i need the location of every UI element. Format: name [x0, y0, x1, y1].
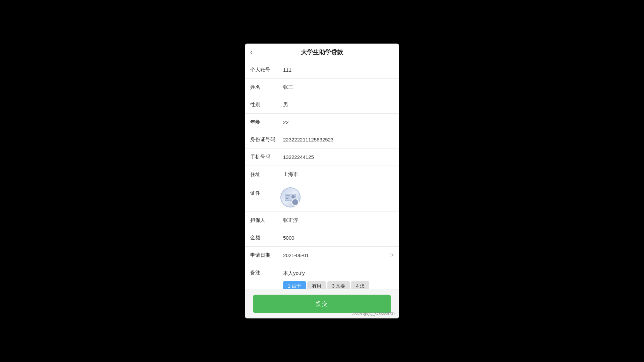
svg-point-1 — [291, 195, 295, 198]
field-address: 住址 上海市 — [245, 166, 399, 183]
value-account[interactable]: 111 — [280, 62, 394, 77]
suggestion-btn-3[interactable]: 3 又要 — [327, 281, 350, 290]
form-scroll: 个人账号 111 姓名 张三 性别 男 年龄 22 身份证号码 22322221 — [245, 61, 399, 289]
svg-rect-3 — [286, 197, 289, 197]
label-cert: 证件 — [250, 187, 280, 196]
label-age: 年龄 — [250, 119, 280, 125]
value-address[interactable]: 上海市 — [280, 167, 394, 182]
cert-person — [291, 198, 299, 206]
label-date: 申请日期 — [250, 252, 280, 258]
svg-rect-2 — [286, 195, 290, 196]
field-date: 申请日期 2021-06-01 > — [245, 247, 399, 264]
field-note: 备注 本人you'y 1 由于 有用 3 又要 4 汉 — [245, 264, 399, 289]
value-gender[interactable]: 男 — [280, 97, 394, 113]
value-guarantor[interactable]: 张正淳 — [280, 213, 394, 228]
value-amount[interactable]: 5000 — [280, 230, 394, 245]
field-gender: 性别 男 — [245, 96, 399, 114]
label-note: 备注 — [250, 268, 280, 276]
watermark: CSDN @QQ_3786649731 — [352, 312, 395, 316]
value-phone[interactable]: 13222244125 — [280, 149, 394, 165]
note-content: 本人you'y 1 由于 有用 3 又要 4 汉 — [280, 268, 394, 289]
field-id: 身份证号码 223222211125632523 — [245, 131, 399, 148]
field-phone: 手机号码 13222244125 — [245, 148, 399, 166]
field-cert: 证件 — [245, 183, 399, 212]
value-name[interactable]: 张三 — [280, 79, 394, 95]
label-address: 住址 — [250, 171, 280, 178]
field-account: 个人账号 111 — [245, 61, 399, 79]
suggestion-btn-1[interactable]: 1 由于 — [283, 281, 306, 290]
field-guarantor: 担保人 张正淳 — [245, 212, 399, 229]
page-title: 大学生助学贷款 — [301, 48, 343, 56]
label-amount: 金额 — [250, 235, 280, 241]
field-name: 姓名 张三 — [245, 79, 399, 96]
cert-image[interactable] — [280, 187, 301, 207]
field-age: 年龄 22 — [245, 114, 399, 131]
value-id[interactable]: 223222211125632523 — [280, 132, 394, 147]
svg-rect-4 — [286, 198, 288, 199]
back-button[interactable]: ‹ — [250, 48, 253, 57]
note-text[interactable]: 本人you'y — [280, 268, 394, 279]
suggestion-btn-4[interactable]: 4 汉 — [351, 281, 369, 290]
suggestion-btn-2[interactable]: 有用 — [307, 281, 326, 290]
note-suggestions: 1 由于 有用 3 又要 4 汉 — [280, 281, 394, 290]
value-date[interactable]: 2021-06-01 — [280, 248, 390, 263]
value-age[interactable]: 22 — [280, 115, 394, 130]
date-arrow-icon[interactable]: > — [390, 252, 394, 259]
label-name: 姓名 — [250, 84, 280, 90]
label-account: 个人账号 — [250, 67, 280, 73]
submit-button[interactable]: 提交 — [253, 295, 391, 313]
label-phone: 手机号码 — [250, 154, 280, 160]
label-guarantor: 担保人 — [250, 217, 280, 224]
label-id: 身份证号码 — [250, 136, 280, 143]
field-amount: 金额 5000 — [245, 229, 399, 247]
form-content: 个人账号 111 姓名 张三 性别 男 年龄 22 身份证号码 22322221 — [245, 61, 399, 289]
label-gender: 性别 — [250, 102, 280, 108]
header: ‹ 大学生助学贷款 — [245, 44, 399, 61]
